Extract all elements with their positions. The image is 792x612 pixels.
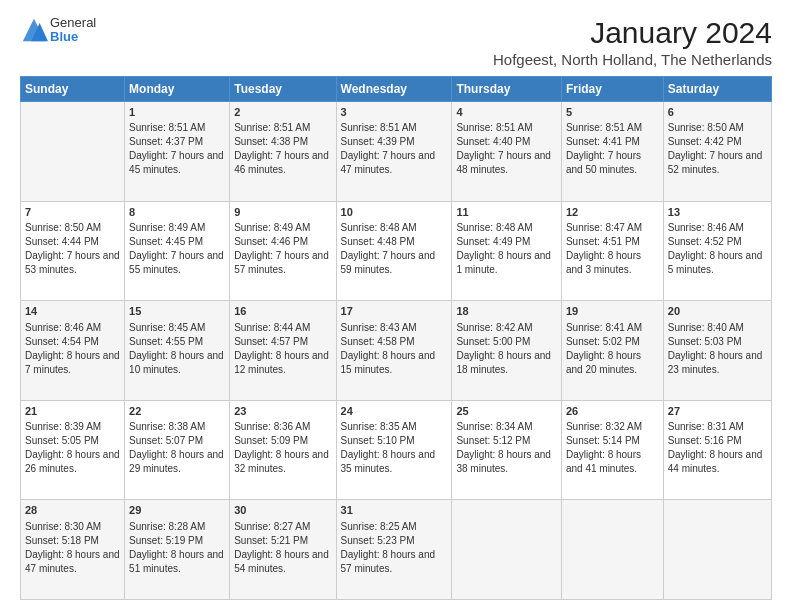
sunset-text: Sunset: 4:44 PM bbox=[25, 236, 99, 247]
sunrise-text: Sunrise: 8:44 AM bbox=[234, 322, 310, 333]
calendar-week-5: 28Sunrise: 8:30 AMSunset: 5:18 PMDayligh… bbox=[21, 500, 772, 600]
daylight-text: Daylight: 8 hours and 15 minutes. bbox=[341, 350, 436, 375]
daylight-text: Daylight: 8 hours and 12 minutes. bbox=[234, 350, 329, 375]
table-row: 19Sunrise: 8:41 AMSunset: 5:02 PMDayligh… bbox=[561, 301, 663, 401]
table-row: 8Sunrise: 8:49 AMSunset: 4:45 PMDaylight… bbox=[125, 201, 230, 301]
sunset-text: Sunset: 4:42 PM bbox=[668, 136, 742, 147]
table-row: 1Sunrise: 8:51 AMSunset: 4:37 PMDaylight… bbox=[125, 102, 230, 202]
daylight-text: Daylight: 7 hours and 59 minutes. bbox=[341, 250, 436, 275]
sunset-text: Sunset: 5:07 PM bbox=[129, 435, 203, 446]
sunrise-text: Sunrise: 8:43 AM bbox=[341, 322, 417, 333]
calendar-table: Sunday Monday Tuesday Wednesday Thursday… bbox=[20, 76, 772, 600]
col-monday: Monday bbox=[125, 77, 230, 102]
day-number: 7 bbox=[25, 205, 120, 220]
day-number: 29 bbox=[129, 503, 225, 518]
sunset-text: Sunset: 4:41 PM bbox=[566, 136, 640, 147]
day-number: 11 bbox=[456, 205, 557, 220]
daylight-text: Daylight: 8 hours and 1 minute. bbox=[456, 250, 551, 275]
sunrise-text: Sunrise: 8:50 AM bbox=[25, 222, 101, 233]
sunset-text: Sunset: 5:14 PM bbox=[566, 435, 640, 446]
daylight-text: Daylight: 8 hours and 47 minutes. bbox=[25, 549, 120, 574]
logo-blue-text: Blue bbox=[50, 30, 96, 44]
col-sunday: Sunday bbox=[21, 77, 125, 102]
sunrise-text: Sunrise: 8:41 AM bbox=[566, 322, 642, 333]
day-number: 13 bbox=[668, 205, 767, 220]
day-number: 31 bbox=[341, 503, 448, 518]
day-number: 5 bbox=[566, 105, 659, 120]
table-row: 3Sunrise: 8:51 AMSunset: 4:39 PMDaylight… bbox=[336, 102, 452, 202]
table-row: 7Sunrise: 8:50 AMSunset: 4:44 PMDaylight… bbox=[21, 201, 125, 301]
main-title: January 2024 bbox=[493, 16, 772, 49]
day-number: 17 bbox=[341, 304, 448, 319]
table-row: 28Sunrise: 8:30 AMSunset: 5:18 PMDayligh… bbox=[21, 500, 125, 600]
sunset-text: Sunset: 4:51 PM bbox=[566, 236, 640, 247]
day-number: 21 bbox=[25, 404, 120, 419]
sunset-text: Sunset: 4:54 PM bbox=[25, 336, 99, 347]
daylight-text: Daylight: 8 hours and 20 minutes. bbox=[566, 350, 641, 375]
sunrise-text: Sunrise: 8:51 AM bbox=[341, 122, 417, 133]
table-row: 5Sunrise: 8:51 AMSunset: 4:41 PMDaylight… bbox=[561, 102, 663, 202]
table-row: 20Sunrise: 8:40 AMSunset: 5:03 PMDayligh… bbox=[663, 301, 771, 401]
day-number: 10 bbox=[341, 205, 448, 220]
day-number: 6 bbox=[668, 105, 767, 120]
daylight-text: Daylight: 8 hours and 44 minutes. bbox=[668, 449, 763, 474]
sunset-text: Sunset: 5:10 PM bbox=[341, 435, 415, 446]
day-number: 18 bbox=[456, 304, 557, 319]
sunrise-text: Sunrise: 8:36 AM bbox=[234, 421, 310, 432]
table-row bbox=[663, 500, 771, 600]
sunset-text: Sunset: 4:45 PM bbox=[129, 236, 203, 247]
sunrise-text: Sunrise: 8:27 AM bbox=[234, 521, 310, 532]
logo: General Blue bbox=[20, 16, 96, 45]
sunset-text: Sunset: 4:55 PM bbox=[129, 336, 203, 347]
table-row: 27Sunrise: 8:31 AMSunset: 5:16 PMDayligh… bbox=[663, 400, 771, 500]
subtitle: Hofgeest, North Holland, The Netherlands bbox=[493, 51, 772, 68]
day-number: 30 bbox=[234, 503, 331, 518]
header: General Blue January 2024 Hofgeest, Nort… bbox=[20, 16, 772, 68]
table-row: 31Sunrise: 8:25 AMSunset: 5:23 PMDayligh… bbox=[336, 500, 452, 600]
sunrise-text: Sunrise: 8:38 AM bbox=[129, 421, 205, 432]
table-row: 29Sunrise: 8:28 AMSunset: 5:19 PMDayligh… bbox=[125, 500, 230, 600]
sunrise-text: Sunrise: 8:48 AM bbox=[456, 222, 532, 233]
sunrise-text: Sunrise: 8:42 AM bbox=[456, 322, 532, 333]
daylight-text: Daylight: 7 hours and 50 minutes. bbox=[566, 150, 641, 175]
daylight-text: Daylight: 8 hours and 35 minutes. bbox=[341, 449, 436, 474]
day-number: 4 bbox=[456, 105, 557, 120]
sunrise-text: Sunrise: 8:32 AM bbox=[566, 421, 642, 432]
daylight-text: Daylight: 8 hours and 3 minutes. bbox=[566, 250, 641, 275]
daylight-text: Daylight: 8 hours and 51 minutes. bbox=[129, 549, 224, 574]
day-number: 27 bbox=[668, 404, 767, 419]
sunset-text: Sunset: 5:21 PM bbox=[234, 535, 308, 546]
table-row: 13Sunrise: 8:46 AMSunset: 4:52 PMDayligh… bbox=[663, 201, 771, 301]
sunset-text: Sunset: 4:58 PM bbox=[341, 336, 415, 347]
sunrise-text: Sunrise: 8:46 AM bbox=[25, 322, 101, 333]
sunrise-text: Sunrise: 8:51 AM bbox=[566, 122, 642, 133]
day-number: 22 bbox=[129, 404, 225, 419]
sunrise-text: Sunrise: 8:49 AM bbox=[129, 222, 205, 233]
day-number: 25 bbox=[456, 404, 557, 419]
table-row: 26Sunrise: 8:32 AMSunset: 5:14 PMDayligh… bbox=[561, 400, 663, 500]
sunset-text: Sunset: 4:46 PM bbox=[234, 236, 308, 247]
sunrise-text: Sunrise: 8:30 AM bbox=[25, 521, 101, 532]
daylight-text: Daylight: 8 hours and 5 minutes. bbox=[668, 250, 763, 275]
sunset-text: Sunset: 5:02 PM bbox=[566, 336, 640, 347]
table-row: 14Sunrise: 8:46 AMSunset: 4:54 PMDayligh… bbox=[21, 301, 125, 401]
sunrise-text: Sunrise: 8:51 AM bbox=[234, 122, 310, 133]
table-row: 16Sunrise: 8:44 AMSunset: 4:57 PMDayligh… bbox=[230, 301, 336, 401]
day-number: 24 bbox=[341, 404, 448, 419]
table-row: 9Sunrise: 8:49 AMSunset: 4:46 PMDaylight… bbox=[230, 201, 336, 301]
daylight-text: Daylight: 7 hours and 53 minutes. bbox=[25, 250, 120, 275]
day-number: 19 bbox=[566, 304, 659, 319]
calendar-page: General Blue January 2024 Hofgeest, Nort… bbox=[0, 0, 792, 612]
table-row bbox=[21, 102, 125, 202]
daylight-text: Daylight: 8 hours and 54 minutes. bbox=[234, 549, 329, 574]
daylight-text: Daylight: 8 hours and 7 minutes. bbox=[25, 350, 120, 375]
table-row: 30Sunrise: 8:27 AMSunset: 5:21 PMDayligh… bbox=[230, 500, 336, 600]
daylight-text: Daylight: 7 hours and 45 minutes. bbox=[129, 150, 224, 175]
day-number: 26 bbox=[566, 404, 659, 419]
table-row: 12Sunrise: 8:47 AMSunset: 4:51 PMDayligh… bbox=[561, 201, 663, 301]
sunset-text: Sunset: 5:09 PM bbox=[234, 435, 308, 446]
sunset-text: Sunset: 5:19 PM bbox=[129, 535, 203, 546]
logo-icon bbox=[20, 16, 48, 44]
sunset-text: Sunset: 5:16 PM bbox=[668, 435, 742, 446]
col-tuesday: Tuesday bbox=[230, 77, 336, 102]
